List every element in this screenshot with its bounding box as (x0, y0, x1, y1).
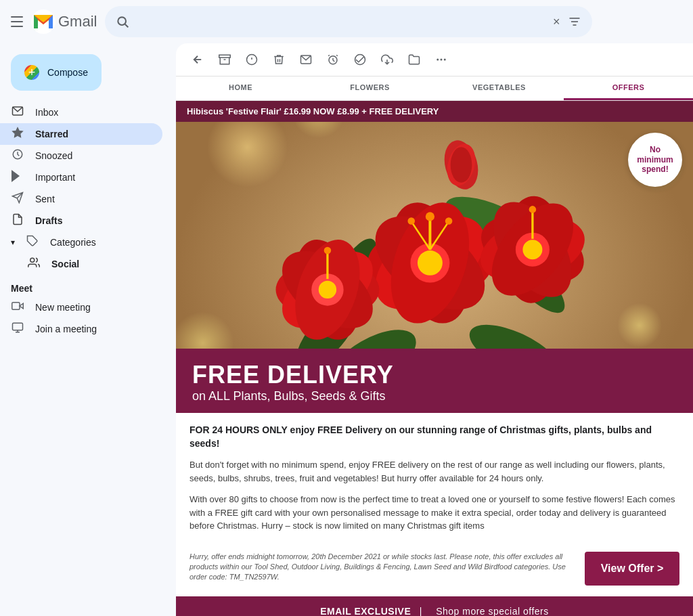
sent-icon (11, 192, 24, 206)
content-area: HOME FLOWERS VEGETABLES OFFERS Hibiscus … (176, 43, 693, 616)
gmail-m-logo (31, 9, 55, 34)
search-tune-icon[interactable] (568, 15, 581, 28)
sidebar-sent-label: Sent (35, 194, 55, 204)
sidebar-item-new-meeting[interactable]: New meeting (0, 296, 162, 318)
promo-header-bar: Hibiscus 'Festive Flair' £16.99 NOW £8.9… (176, 101, 693, 122)
svg-point-31 (437, 59, 439, 61)
svg-point-66 (445, 217, 453, 225)
sidebar-new-meeting-label: New meeting (35, 302, 91, 313)
sidebar-item-starred[interactable]: Starred (0, 123, 162, 145)
report-button[interactable] (241, 49, 263, 70)
important-icon (11, 170, 24, 185)
sidebar-item-sent[interactable]: Sent (0, 188, 162, 210)
inbox-icon (11, 105, 24, 120)
sidebar-item-drafts[interactable]: Drafts (0, 210, 162, 232)
tab-home[interactable]: HOME (176, 76, 305, 100)
sidebar-inbox-label: Inbox (35, 107, 58, 118)
svg-point-82 (522, 240, 542, 259)
folder-button[interactable] (403, 49, 425, 70)
sidebar-categories-label: Categories (50, 237, 96, 248)
free-delivery-subtitle: on ALL Plants, Bulbs, Seeds & Gifts (192, 389, 677, 403)
tab-flowers[interactable]: FLOWERS (305, 76, 434, 100)
email-para-1: But don't forget with no minimum spend, … (189, 458, 679, 485)
search-bar[interactable]: × (105, 6, 592, 37)
star-icon (11, 127, 24, 141)
snoozed-icon (11, 148, 24, 163)
free-delivery-banner: FREE DELIVERY on ALL Plants, Bulbs, Seed… (176, 349, 693, 413)
svg-marker-14 (20, 303, 23, 309)
tab-vegetables[interactable]: VEGETABLES (434, 76, 564, 100)
email-exclusive-bar: EMAIL EXCLUSIVE | Shop more special offe… (176, 596, 693, 616)
menu-icon[interactable] (11, 16, 23, 27)
more-button[interactable] (430, 49, 452, 70)
sidebar-item-snoozed[interactable]: Snoozed (0, 145, 162, 167)
promo-container: Hibiscus 'Festive Flair' £16.99 NOW £8.9… (176, 101, 693, 616)
new-meeting-icon (11, 300, 24, 315)
gmail-title: Gmail (58, 13, 97, 30)
sidebar-item-social[interactable]: Social (0, 253, 162, 275)
no-min-spend-badge: No minimum spend! (628, 133, 682, 187)
svg-point-87 (451, 147, 472, 183)
free-delivery-title: FREE DELIVERY (192, 361, 677, 389)
compose-label: Compose (47, 67, 88, 78)
svg-point-60 (418, 250, 443, 276)
svg-rect-15 (12, 303, 20, 310)
svg-point-84 (529, 206, 537, 213)
sidebar-starred-label: Starred (35, 129, 68, 139)
no-min-line3: spend! (637, 164, 673, 174)
svg-marker-9 (12, 170, 20, 182)
sidebar-join-meeting-label: Join a meeting (35, 324, 97, 334)
sidebar-snoozed-label: Snoozed (35, 150, 72, 161)
chevron-down-icon: ▾ (11, 238, 15, 247)
archive-button[interactable] (214, 49, 236, 70)
delete-button[interactable] (268, 49, 290, 70)
email-nav: HOME FLOWERS VEGETABLES OFFERS (176, 76, 693, 101)
sidebar-drafts-label: Drafts (35, 215, 62, 226)
compose-plus-icon: + (24, 65, 39, 80)
sidebar: + Compose Inbox Starred Snoozed Im (0, 43, 173, 616)
svg-rect-20 (219, 55, 231, 58)
svg-marker-7 (13, 128, 23, 137)
svg-point-75 (324, 247, 332, 255)
svg-point-73 (319, 281, 336, 299)
email-text-content: FOR 24 HOURS ONLY enjoy FREE Delivery on… (176, 413, 693, 552)
svg-line-28 (336, 55, 338, 56)
email-footer-section: Hurry, offer ends midnight tomorrow, 20t… (176, 552, 693, 596)
svg-line-2 (125, 24, 129, 28)
email-body: HOME FLOWERS VEGETABLES OFFERS Hibiscus … (176, 76, 693, 616)
search-clear-icon[interactable]: × (553, 15, 560, 29)
search-input[interactable] (137, 16, 544, 28)
task-button[interactable] (349, 49, 371, 70)
meet-section-header: Meet (0, 275, 173, 296)
compose-button[interactable]: + Compose (11, 54, 102, 91)
search-icon (116, 15, 129, 28)
svg-point-32 (441, 59, 443, 61)
email-button[interactable] (295, 49, 317, 70)
no-min-line1: No (637, 145, 673, 154)
social-icon (27, 257, 41, 271)
categories-icon (26, 235, 39, 250)
no-min-line2: minimum (637, 155, 673, 164)
view-offer-button[interactable]: View Offer > (585, 552, 679, 586)
snooze-button[interactable] (322, 49, 344, 70)
shop-more-label: Shop more special offers (436, 606, 549, 616)
drafts-icon (11, 213, 24, 228)
email-toolbar (176, 43, 693, 76)
sidebar-social-label: Social (51, 259, 79, 269)
svg-point-38 (617, 303, 662, 348)
download-button[interactable] (376, 49, 398, 70)
sidebar-important-label: Important (35, 172, 75, 183)
svg-point-64 (407, 217, 415, 225)
svg-point-1 (118, 17, 127, 25)
back-button[interactable] (187, 49, 208, 70)
email-exclusive-label: EMAIL EXCLUSIVE (320, 606, 411, 616)
join-meeting-icon (11, 322, 24, 336)
sidebar-item-categories[interactable]: ▾ Categories (0, 232, 162, 253)
tab-offers[interactable]: OFFERS (564, 76, 693, 100)
sidebar-item-join-meeting[interactable]: Join a meeting (0, 318, 162, 340)
svg-rect-16 (13, 323, 23, 330)
svg-point-13 (30, 258, 35, 262)
sidebar-item-important[interactable]: Important (0, 167, 162, 188)
sidebar-item-inbox[interactable]: Inbox (0, 102, 162, 123)
email-headline: FOR 24 HOURS ONLY enjoy FREE Delivery on… (189, 424, 679, 450)
